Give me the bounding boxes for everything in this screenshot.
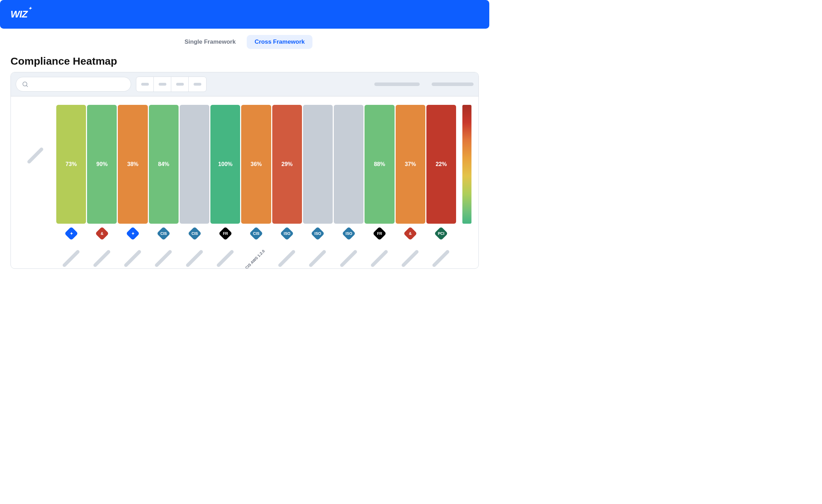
column-icon-slot: & <box>87 229 117 238</box>
svg-point-0 <box>23 82 27 86</box>
fr-icon: FR <box>373 226 387 240</box>
toolbar-placeholder-2 <box>432 82 474 86</box>
amp-icon: & <box>403 226 417 240</box>
heatmap-cell[interactable]: 36% <box>241 105 271 224</box>
tab-cross-framework[interactable]: Cross Framework <box>247 35 312 49</box>
cis-icon: CIS <box>249 226 263 240</box>
heatmap-cell[interactable]: 100% <box>210 105 240 224</box>
iso-icon: ISO <box>342 226 356 240</box>
column-labels: CIS AWS 1.2.0 <box>18 242 456 263</box>
search-input[interactable] <box>16 77 131 92</box>
tab-single-framework[interactable]: Single Framework <box>177 35 243 49</box>
column-label-placeholder <box>339 249 358 267</box>
star-icon: ✦ <box>126 226 140 240</box>
chart-area: 73%90%38%84%100%36%29%88%37%22% ✦&✦CISCI… <box>11 96 478 268</box>
pci-icon: PCI <box>434 226 448 240</box>
column-icon-slot: ISO <box>272 229 302 238</box>
cis-icon: CIS <box>188 226 202 240</box>
column-label-slot <box>180 242 209 263</box>
heatmap-cell[interactable]: 37% <box>396 105 425 224</box>
iso-icon: ISO <box>280 226 294 240</box>
filter-pill-group <box>136 77 207 92</box>
heatmap-cell[interactable] <box>180 105 209 224</box>
topbar: WIZ✦ <box>0 0 489 29</box>
fr-icon: FR <box>218 226 232 240</box>
heatmap-cell[interactable]: 90% <box>87 105 117 224</box>
toolbar <box>11 72 478 96</box>
column-label-slot: CIS AWS 1.2.0 <box>241 242 271 263</box>
heatmap-cell[interactable] <box>303 105 333 224</box>
column-label-placeholder <box>309 249 327 267</box>
column-icon-slot: ✦ <box>56 229 86 238</box>
column-label-placeholder <box>277 249 296 267</box>
column-label-placeholder <box>62 249 80 267</box>
heatmap-cell[interactable] <box>334 105 363 224</box>
wiz-logo: WIZ✦ <box>10 9 27 20</box>
column-label-slot <box>118 242 147 263</box>
column-icon-slot: CIS <box>241 229 271 238</box>
amp-icon: & <box>95 226 109 240</box>
page-title: Compliance Heatmap <box>0 52 489 72</box>
column-label-placeholder <box>401 249 419 267</box>
column-icon-slot: ✦ <box>118 229 147 238</box>
search-icon <box>22 81 29 88</box>
column-icon-slot: ISO <box>334 229 363 238</box>
column-icons: ✦&✦CISCISFRCISISOISOISOFR&PCI <box>18 229 456 238</box>
column-label-slot <box>396 242 425 263</box>
color-legend <box>462 105 471 263</box>
column-label-slot <box>149 242 179 263</box>
column-label-placeholder <box>93 249 111 267</box>
heatmap-cell[interactable]: 84% <box>149 105 179 224</box>
column-label-slot <box>272 242 302 263</box>
column-label-slot <box>56 242 86 263</box>
iso-icon: ISO <box>311 226 325 240</box>
heatmap-cell[interactable]: 73% <box>56 105 86 224</box>
column-label-slot <box>365 242 394 263</box>
legend-gradient <box>462 105 471 224</box>
filter-pill-1[interactable] <box>136 77 154 92</box>
toolbar-placeholder-1 <box>374 82 420 86</box>
column-label-placeholder <box>370 249 388 267</box>
column-icon-slot: CIS <box>180 229 209 238</box>
filter-pill-2[interactable] <box>154 77 171 92</box>
heatmap-panel: 73%90%38%84%100%36%29%88%37%22% ✦&✦CISCI… <box>10 72 479 269</box>
heatmap-cell[interactable]: 29% <box>272 105 302 224</box>
heatmap-row: 73%90%38%84%100%36%29%88%37%22% <box>18 105 456 224</box>
column-icon-slot: CIS <box>149 229 179 238</box>
column-label-placeholder <box>154 249 173 267</box>
column-label-placeholder <box>185 249 203 267</box>
column-label-slot <box>334 242 363 263</box>
heatmap-cell[interactable]: 88% <box>365 105 394 224</box>
cis-icon: CIS <box>157 226 171 240</box>
heatmap: 73%90%38%84%100%36%29%88%37%22% ✦&✦CISCI… <box>18 105 456 263</box>
column-icon-slot: & <box>396 229 425 238</box>
view-tabs: Single Framework Cross Framework <box>0 29 489 52</box>
column-label: CIS AWS 1.2.0 <box>245 249 266 269</box>
column-label-placeholder <box>123 249 142 267</box>
column-icon-slot: FR <box>365 229 394 238</box>
column-icon-slot: FR <box>210 229 240 238</box>
column-label-slot <box>210 242 240 263</box>
column-label-slot <box>303 242 333 263</box>
star-icon: ✦ <box>64 226 78 240</box>
column-icon-slot: PCI <box>426 229 456 238</box>
heatmap-cell[interactable]: 38% <box>118 105 147 224</box>
svg-line-1 <box>26 85 28 87</box>
column-label-slot <box>87 242 117 263</box>
column-label-placeholder <box>432 249 450 267</box>
filter-pill-3[interactable] <box>171 77 189 92</box>
column-icon-slot: ISO <box>303 229 333 238</box>
heatmap-cell[interactable]: 22% <box>426 105 456 224</box>
filter-pill-4[interactable] <box>189 77 206 92</box>
column-label-slot <box>426 242 456 263</box>
column-label-placeholder <box>216 249 234 267</box>
